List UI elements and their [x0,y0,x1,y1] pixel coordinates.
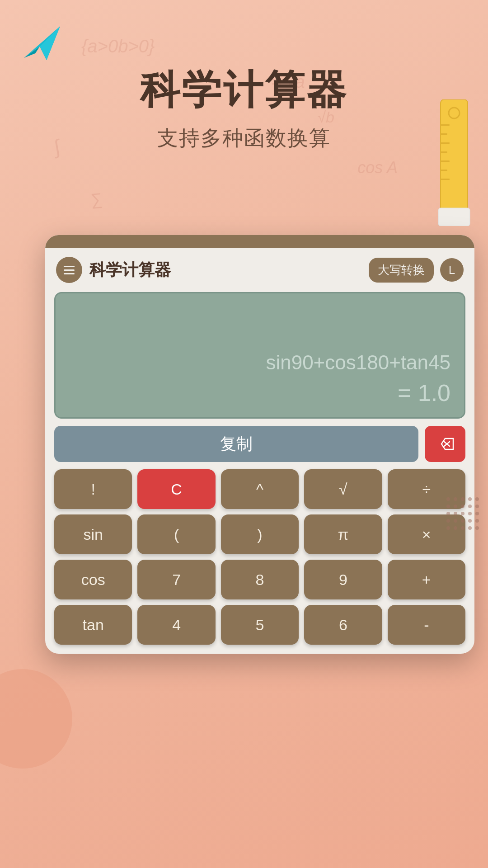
backspace-button[interactable] [425,426,465,462]
svg-rect-7 [441,133,447,135]
calc-btn--[interactable]: √ [304,469,382,509]
dot [468,519,472,523]
calc-btn-4[interactable]: 4 [137,605,215,645]
card-topbar [45,235,474,248]
calc-btn-sin[interactable]: sin [54,514,132,554]
menu-lines-icon [64,266,75,274]
dot [446,526,450,530]
calc-btn-8[interactable]: 8 [221,560,299,599]
calc-btn--[interactable]: ! [54,469,132,509]
header-right: 大写转换 L [369,258,464,283]
dot [461,519,465,523]
svg-rect-13 [438,208,470,226]
svg-rect-8 [441,142,450,144]
dot [475,497,479,501]
calc-btn-5[interactable]: 5 [221,605,299,645]
calc-btn-7[interactable]: 7 [137,560,215,599]
header-title: 科学计算器 [89,259,171,281]
calc-btn-6[interactable]: 6 [304,605,382,645]
calc-btn-cos[interactable]: cos [54,560,132,599]
calc-btn--[interactable]: π [304,514,382,554]
calc-btn--[interactable]: ) [221,514,299,554]
paper-plane-icon [22,22,62,62]
dot [454,519,457,523]
calc-btn-c[interactable]: C [137,469,215,509]
dot [461,526,465,530]
menu-button[interactable] [56,257,82,283]
dot [454,505,457,508]
calc-btn--[interactable]: ( [137,514,215,554]
expression-display: sin90+cos180+tan45 [266,351,450,374]
dot [461,505,465,508]
copy-button[interactable]: 复制 [54,426,418,462]
main-title: 科学计算器 [0,63,488,117]
dot [468,512,472,515]
header-left: 科学计算器 [56,257,171,283]
dot [461,497,465,501]
card-header: 科学计算器 大写转换 L [45,248,474,292]
calc-btn--[interactable]: + [388,560,465,599]
dot [446,505,450,508]
button-grid: !C^√÷sin()π×cos789+tan456- [54,469,465,645]
calc-btn--[interactable]: - [388,605,465,645]
dot [468,505,472,508]
display-area: sin90+cos180+tan45 = 1.0 [54,292,465,419]
title-area: 科学计算器 支持多种函数换算 [0,63,488,152]
dot [446,519,450,523]
svg-rect-6 [441,124,450,126]
clock-icon: L [449,263,455,277]
dot [454,526,457,530]
dot [468,526,472,530]
dot [475,519,479,523]
dot [468,497,472,501]
calculator-card: 科学计算器 大写转换 L sin90+cos180+tan45 = 1.0 复制… [45,235,474,654]
result-display: = 1.0 [398,379,450,406]
history-button[interactable]: L [440,258,464,282]
svg-rect-10 [441,160,450,162]
sub-title: 支持多种函数换算 [0,124,488,152]
svg-marker-1 [24,47,40,58]
dot [454,512,457,515]
dot [446,512,450,515]
dot [446,497,450,501]
dot [475,505,479,508]
dot [475,512,479,515]
calc-btn-9[interactable]: 9 [304,560,382,599]
svg-rect-11 [441,170,447,171]
calc-btn--[interactable]: ^ [221,469,299,509]
dot [461,512,465,515]
calc-btn-tan[interactable]: tan [54,605,132,645]
convert-button[interactable]: 大写转换 [369,258,434,283]
dot [454,497,457,501]
dot [475,526,479,530]
ruler-decoration [434,99,474,226]
circle-decoration [0,669,72,769]
svg-rect-12 [441,179,450,180]
dots-decoration [446,497,479,530]
svg-rect-9 [441,151,447,153]
action-row: 复制 [54,426,465,462]
